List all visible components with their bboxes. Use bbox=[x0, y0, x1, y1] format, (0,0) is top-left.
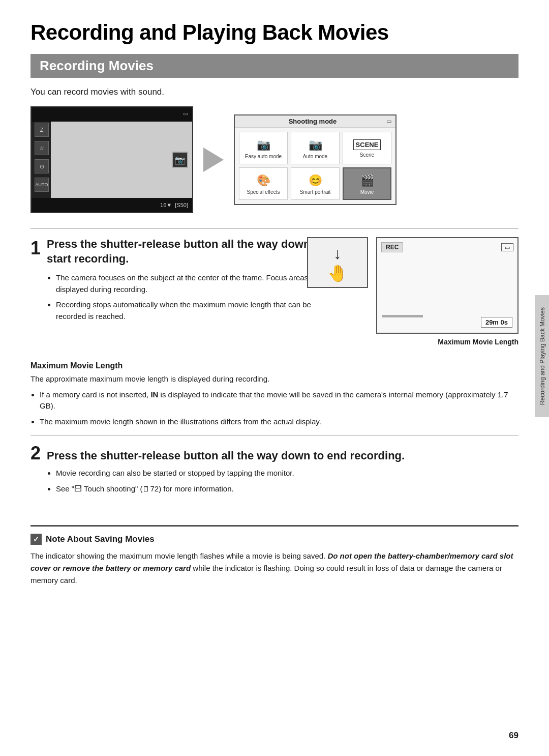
max-movie-section: Maximum Movie Length The approximate max… bbox=[30, 361, 518, 427]
illustrations-row: ▭ Z ☆ ⊙ AUTO 📷 16▼ [S50] Shooting mode bbox=[30, 106, 518, 213]
battery-indicator: ▭ bbox=[386, 118, 391, 125]
camera-screen-left: ▭ Z ☆ ⊙ AUTO 📷 16▼ [S50] bbox=[30, 106, 193, 213]
easy-auto-label: Easy auto mode bbox=[245, 154, 282, 159]
auto-label: Auto mode bbox=[303, 154, 327, 159]
step1-section: 1 Press the shutter-release button all t… bbox=[30, 237, 518, 351]
viewfinder bbox=[51, 122, 192, 198]
step1-title-row: 1 Press the shutter-release button all t… bbox=[30, 237, 341, 326]
step2-title: Press the shutter-release button all the… bbox=[47, 449, 405, 462]
shooting-mode-title-bar: Shooting mode ▭ bbox=[235, 115, 395, 128]
page-number: 69 bbox=[509, 731, 518, 741]
arrow-indicator bbox=[193, 148, 234, 172]
camera-icon-right: 📷 bbox=[172, 152, 188, 168]
icon-circle: ⊙ bbox=[35, 159, 49, 173]
step2-number: 2 bbox=[30, 444, 41, 462]
scene-icon: SCENE bbox=[353, 139, 381, 150]
mode-scene[interactable]: SCENE Scene bbox=[343, 132, 391, 164]
rec-timer: 29m 0s bbox=[481, 317, 512, 328]
special-effects-icon: 🎨 bbox=[257, 174, 270, 187]
note-bold-text: Do not open the battery-chamber/memory c… bbox=[30, 551, 513, 572]
step2-bullet-2: See "🎞 Touch shooting" (🗒72) for more in… bbox=[56, 483, 518, 495]
battery-box: ▭ bbox=[501, 243, 513, 251]
mode-special-effects[interactable]: 🎨 Special effects bbox=[239, 167, 288, 200]
mode-grid: 📷 Easy auto mode 📷 Auto mode SCENE Scene… bbox=[235, 128, 395, 204]
movie-label: Movie bbox=[360, 189, 374, 195]
easy-auto-icon: 📷 bbox=[257, 138, 270, 152]
step1-left: 1 Press the shutter-release button all t… bbox=[30, 237, 341, 326]
shooting-mode-panel: Shooting mode ▭ 📷 Easy auto mode 📷 Auto … bbox=[234, 114, 396, 205]
max-movie-heading: Maximum Movie Length bbox=[30, 361, 518, 370]
shutter-and-rec: ↓ 🤚 REC ▭ 29m 0s Maximum Movie Length bbox=[307, 237, 518, 346]
rec-screen: REC ▭ 29m 0s bbox=[376, 237, 518, 334]
rec-progress-bar bbox=[382, 315, 423, 317]
down-arrow-icon: ↓ bbox=[333, 244, 342, 263]
camera-top-bar: ▭ bbox=[32, 107, 192, 122]
icon-auto: AUTO bbox=[35, 178, 49, 192]
step1-right: ↓ 🤚 REC ▭ 29m 0s Maximum Movie Length bbox=[356, 237, 518, 351]
step1-bullets: The camera focuses on the subject at the… bbox=[56, 272, 341, 322]
hand-icon: 🤚 bbox=[327, 264, 348, 283]
max-movie-bullets: If a memory card is not inserted, IN is … bbox=[40, 389, 518, 428]
icon-col: Z ☆ ⊙ AUTO bbox=[35, 123, 49, 192]
shutter-illustration: ↓ 🤚 bbox=[307, 237, 368, 288]
page: Recording and Playing Back Movies Record… bbox=[0, 0, 549, 756]
note-title-row: ✓ Note About Saving Movies bbox=[30, 534, 518, 545]
step1-bullet-2: Recording stops automatically when the m… bbox=[56, 299, 341, 322]
max-movie-bullet-2: The maximum movie length shown in the il… bbox=[40, 416, 518, 428]
auto-icon: 📷 bbox=[309, 138, 322, 152]
step2-title-row: 2 Press the shutter-release button all t… bbox=[30, 444, 518, 462]
icon-z: Z bbox=[35, 123, 49, 137]
step2-bullet-1: Movie recording can also be started or s… bbox=[56, 468, 518, 479]
camera-bottom-bar: 16▼ [S50] bbox=[32, 198, 192, 212]
divider-1 bbox=[30, 228, 518, 229]
mode-easy-auto[interactable]: 📷 Easy auto mode bbox=[239, 132, 288, 164]
max-movie-body: The approximate maximum movie length is … bbox=[30, 373, 518, 385]
shutter-inner: ↓ 🤚 bbox=[315, 242, 360, 283]
divider-2 bbox=[30, 435, 518, 436]
in-bold: IN bbox=[150, 390, 158, 399]
step1-bullet-1: The camera focuses on the subject at the… bbox=[56, 272, 341, 295]
side-tab: Recording and Playing Back Movies bbox=[535, 295, 549, 417]
rec-badge: REC bbox=[381, 242, 403, 252]
rec-battery: ▭ bbox=[501, 242, 513, 251]
step1-block: 1 Press the shutter-release button all t… bbox=[30, 237, 341, 326]
step2-section: 2 Press the shutter-release button all t… bbox=[30, 444, 518, 495]
smart-portrait-icon: 😊 bbox=[309, 174, 322, 187]
note-box: ✓ Note About Saving Movies The indicator… bbox=[30, 525, 518, 587]
note-title-text: Note About Saving Movies bbox=[46, 534, 155, 544]
movie-icon: 🎬 bbox=[360, 174, 374, 187]
step1-title: Press the shutter-release button all the… bbox=[47, 237, 341, 266]
scene-label: Scene bbox=[360, 152, 374, 158]
section-header: Recording Movies bbox=[30, 54, 518, 78]
max-movie-bullet-1: If a memory card is not inserted, IN is … bbox=[40, 389, 518, 412]
mode-movie[interactable]: 🎬 Movie bbox=[343, 167, 391, 200]
icon-star: ☆ bbox=[35, 141, 49, 155]
note-icon: ✓ bbox=[30, 534, 42, 545]
intro-text: You can record movies with sound. bbox=[30, 87, 518, 97]
smart-portrait-label: Smart portrait bbox=[300, 189, 331, 195]
side-tab-text: Recording and Playing Back Movies bbox=[539, 307, 546, 405]
note-body: The indicator showing the maximum movie … bbox=[30, 550, 518, 587]
max-movie-label: Maximum Movie Length bbox=[376, 338, 518, 346]
step2-bullets: Movie recording can also be started or s… bbox=[56, 468, 518, 495]
main-title: Recording and Playing Back Movies bbox=[30, 20, 518, 45]
camera-bottom-text: 16▼ [S50] bbox=[160, 202, 188, 208]
step1-number: 1 bbox=[30, 239, 41, 257]
camera-top-icon: ▭ bbox=[183, 110, 188, 117]
special-effects-label: Special effects bbox=[247, 189, 280, 195]
arrow-shape bbox=[203, 148, 224, 172]
mode-smart-portrait[interactable]: 😊 Smart portrait bbox=[291, 167, 340, 200]
shooting-mode-label: Shooting mode bbox=[239, 118, 386, 125]
mode-auto[interactable]: 📷 Auto mode bbox=[291, 132, 340, 164]
rec-screen-container: REC ▭ 29m 0s Maximum Movie Length bbox=[376, 237, 518, 346]
